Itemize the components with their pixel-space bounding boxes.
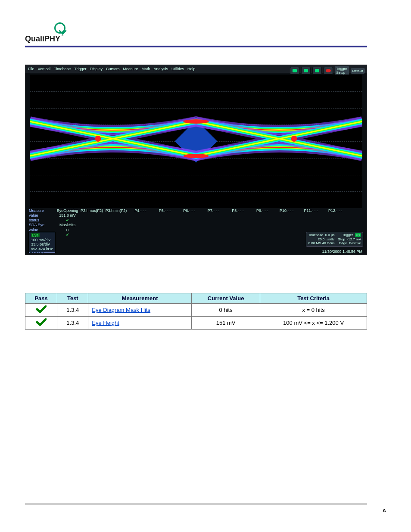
grid-line (30, 191, 362, 192)
cell-value-0: 0 hits (191, 304, 260, 317)
tb-l1: 20.0 µs/div (318, 237, 335, 241)
menu-trigger[interactable]: Trigger (74, 67, 86, 71)
grid-line (30, 91, 362, 92)
scope-toolbar: Trigger Setup Default (290, 66, 365, 75)
toolbar-btn-1[interactable] (290, 67, 299, 75)
svg-point-2 (183, 119, 209, 124)
results-header-row: Pass Test Measurement Current Value Test… (25, 293, 367, 304)
trig-mode: Stop (338, 237, 345, 241)
trig-lbl: Trigger (342, 233, 353, 237)
eye-svg (30, 115, 362, 162)
pass-icon-cell (25, 317, 57, 330)
meas-p10: P10:- - - (275, 208, 298, 213)
page-number: A (383, 508, 386, 513)
cell-meas-0: Eye Diagram Mask Hits (88, 304, 192, 317)
cell-value-1: 151 mV (191, 317, 260, 330)
meas-p11: P11:- - - (299, 208, 323, 213)
menu-utilities[interactable]: Utilities (171, 67, 184, 71)
brand-name: QualiPHY (25, 34, 60, 43)
hdr-measurement: Measurement (88, 293, 192, 304)
cell-criteria-0: x = 0 hits (260, 304, 367, 317)
pass-icon-cell (25, 304, 57, 317)
svg-point-1 (291, 136, 297, 142)
grid-line (30, 175, 362, 175)
toolbar-btn-3[interactable] (312, 67, 322, 75)
eye-diagram-plot (30, 75, 362, 208)
cell-test-1: 1.3.4 (57, 317, 88, 330)
hdr-pass: Pass (25, 293, 57, 304)
meas-p2: P2:hmax(F2) (80, 208, 103, 213)
meas-lbl-measure: Measure (29, 208, 55, 213)
meas-p4: P4:- - - (129, 208, 152, 213)
link-eye-diagram-mask-hits[interactable]: Eye Diagram Mask Hits (92, 307, 150, 313)
menu-cursors[interactable]: Cursors (106, 67, 120, 71)
menu-display[interactable]: Display (90, 67, 103, 71)
meas-eyeopen-value: 151.8 mV (56, 213, 79, 218)
eye-pattern (30, 115, 362, 162)
eye-ch-hd: Eye (31, 233, 40, 237)
hdr-criteria: Test Criteria (260, 293, 367, 304)
scope-vendor: LeCroy (30, 249, 44, 254)
brand-wordmark: QualiPHY™ (25, 34, 367, 44)
footer-rule (25, 504, 367, 504)
menu-vertical[interactable]: Vertical (38, 67, 51, 71)
scope-timebase-trigger-box: Timebase 0.0 µs 20.0 µs/div 8.00 MS 40 G… (306, 232, 363, 247)
meas-status-ok-2: ✔ (56, 233, 79, 237)
menu-math[interactable]: Math (141, 67, 150, 71)
meas-status-ok-1: ✔ (56, 218, 79, 223)
scope-timestamp: 11/30/2009 1:48:56 PM (322, 249, 362, 254)
meas-p8: P8:- - - (226, 208, 249, 213)
meas-p9: P9:- - - (251, 208, 274, 213)
menu-timebase[interactable]: Timebase (54, 67, 71, 71)
checkmark-icon (36, 318, 47, 326)
page-header: QualiPHY™ (25, 21, 367, 47)
oscilloscope-screenshot: File Vertical Timebase Trigger Display C… (25, 65, 367, 255)
scope-measure-table: Measure EyeOpening P2:hmax(F2) P3:hmin(F… (29, 208, 347, 238)
link-eye-height[interactable]: Eye Height (92, 320, 119, 326)
meas-p5: P5:- - - (153, 208, 177, 213)
meas-maskhits-value: 0 (56, 228, 79, 233)
toolbar-stop-button[interactable] (324, 67, 333, 75)
toolbar-trigger-setup[interactable]: Trigger Setup (335, 66, 349, 75)
menu-measure[interactable]: Measure (123, 67, 138, 71)
grid-line (30, 108, 362, 109)
menu-file[interactable]: File (28, 67, 34, 71)
eye-ch-l2: 33.5 ps/div (31, 242, 50, 246)
meas-lbl-status: status (29, 218, 55, 223)
cell-criteria-1: 100 mV <= x <= 1.200 V (260, 317, 367, 330)
trig-pol: Positive (349, 241, 361, 245)
table-row: 1.3.4 Eye Diagram Mask Hits 0 hits x = 0… (25, 304, 367, 317)
cell-test-0: 1.3.4 (57, 304, 88, 317)
meas-p7: P7:- - - (202, 208, 225, 213)
toolbar-default[interactable]: Default (351, 68, 365, 74)
brand-logo: QualiPHY™ (25, 22, 367, 44)
trig-level: -12.7 mV (347, 237, 361, 241)
meas-p3: P3:hmin(F2) (105, 208, 128, 213)
brand-tm: ™ (60, 34, 64, 38)
meas-lbl-sdaeye: SDA Eye (29, 223, 55, 227)
checkmark-icon (36, 305, 47, 313)
trig-edge: Edge (339, 241, 347, 245)
toolbar-btn-2[interactable] (301, 67, 311, 75)
tb-lbl: Timebase (308, 233, 323, 237)
meas-p1: EyeOpening (56, 208, 79, 213)
cell-meas-1: Eye Height (88, 317, 192, 330)
meas-p12: P12:- - - (324, 208, 347, 213)
meas-maskhits-label: MaskHits (56, 223, 79, 227)
results-table: Pass Test Measurement Current Value Test… (25, 293, 367, 330)
menu-help[interactable]: Help (187, 67, 196, 71)
eye-ch-l1: 100 mV/div (31, 238, 50, 242)
hdr-value: Current Value (191, 293, 260, 304)
tb-l2: 8.00 MS 40 GS/s (308, 241, 335, 245)
c1-badge: C1 (355, 233, 361, 237)
tb-pos: 0.0 µs (325, 233, 335, 237)
table-row: 1.3.4 Eye Height 151 mV 100 mV <= x <= 1… (25, 317, 367, 330)
meas-lbl-value: value (29, 213, 55, 218)
svg-point-0 (95, 136, 101, 142)
hdr-test: Test (57, 293, 88, 304)
menu-analysis[interactable]: Analysis (153, 67, 168, 71)
brand-icon (54, 22, 65, 34)
meas-p6: P6:- - - (177, 208, 201, 213)
svg-point-3 (183, 154, 209, 158)
